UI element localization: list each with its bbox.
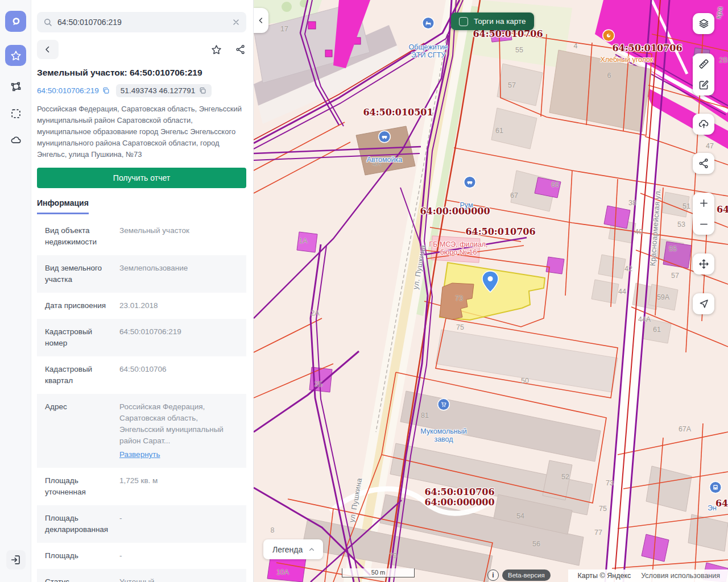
house-number-label: 44А [638, 315, 651, 323]
map-control-group [693, 293, 714, 314]
share-button[interactable] [235, 44, 246, 55]
map-control-group [693, 13, 714, 34]
layers-icon [698, 18, 710, 30]
dashed-square-icon [10, 107, 22, 120]
layers-button[interactable] [693, 13, 714, 34]
table-row: Площадь декларированная- [37, 505, 246, 543]
zoom-in-icon [698, 197, 710, 209]
upload-button[interactable] [693, 114, 714, 135]
cadastral-quarter-label: 64:50:010706 [424, 487, 494, 497]
house-number-label: 57 [508, 81, 516, 89]
row-label: Вид земельного участка [45, 263, 119, 285]
zoom-in-button[interactable] [693, 193, 714, 214]
poi-label[interactable]: Мукомольный завод [412, 421, 475, 443]
pan-button[interactable] [693, 253, 714, 275]
poi-label[interactable]: Автомойка [359, 149, 410, 164]
search-box [37, 12, 246, 32]
house-number-label: 75 [599, 505, 607, 513]
favorite-star-button[interactable] [210, 44, 222, 56]
house-number-label: 38 [628, 199, 636, 207]
row-label: Площадь [45, 550, 119, 562]
zoom-out-icon [698, 218, 710, 230]
back-button[interactable] [37, 40, 59, 59]
house-number-label: 55 [515, 46, 523, 54]
map-control-group [693, 253, 714, 275]
row-value: - [119, 513, 241, 535]
house-number-label: 54 [516, 512, 524, 520]
checkbox-icon[interactable] [459, 17, 468, 26]
hotel-icon [423, 18, 434, 28]
house-number-label: 67 [510, 192, 518, 199]
sidebar-item-favorites[interactable] [5, 45, 26, 66]
house-number-label: 53 [677, 221, 685, 228]
search-input[interactable] [57, 18, 227, 27]
zoom-out-button[interactable] [693, 214, 714, 235]
info-icon[interactable]: i [487, 569, 499, 581]
poi-label[interactable]: ГБ МСЭ, филиал, бюро № 16 [423, 240, 494, 256]
map-control-group [693, 114, 714, 135]
info-table: Вид объекта недвижимостиЗемельный участо… [37, 218, 246, 582]
house-number-label: 61 [653, 326, 661, 334]
poi-label[interactable]: Эн [701, 497, 723, 512]
poi-label[interactable]: Общежитие ЭТИ СГТУ [403, 36, 454, 59]
poi-label[interactable]: Рум [455, 194, 478, 209]
house-number-label: 66 [551, 181, 559, 189]
login-button[interactable] [6, 550, 26, 569]
app-logo[interactable] [5, 11, 26, 32]
auctions-on-map-toggle[interactable]: Торги на карте [451, 13, 534, 30]
table-row: Вид объекта недвижимостиЗемельный участо… [37, 218, 246, 255]
star-icon [10, 49, 22, 62]
search-icon [43, 17, 53, 27]
poi-label[interactable]: Хлебный уголок [590, 49, 664, 64]
copy-icon[interactable] [102, 86, 110, 95]
cadastral-quarter-label: 64:50:010706 [465, 226, 535, 237]
ruler-button[interactable] [693, 53, 714, 74]
street-name-label: кра [714, 6, 724, 19]
row-label: Площадь уточненная [45, 475, 119, 498]
house-number-label: 57 [671, 272, 679, 280]
locate-button[interactable] [693, 293, 714, 314]
cadastral-number-link[interactable]: 64:50:010706:219 [37, 86, 110, 95]
row-value: Учтенный [119, 576, 241, 582]
cadastral-quarter-label: 64: [717, 204, 728, 215]
house-number-label: 51 [682, 202, 690, 210]
map-labels: 64:50:01070664:50:01070664:50:01050164:0… [254, 0, 728, 582]
house-number-label: 4 [574, 42, 578, 50]
copy-icon[interactable] [198, 86, 207, 95]
house-number-label: 79 [389, 552, 397, 560]
beta-badge: Beta-версия [502, 569, 551, 581]
share-button[interactable] [693, 153, 714, 174]
get-report-button[interactable]: Получить отчет [37, 168, 246, 188]
sidebar-item-area-select[interactable] [5, 103, 26, 124]
sidebar-item-polygon-select[interactable] [5, 76, 26, 97]
expand-link[interactable]: Развернуть [119, 449, 160, 460]
house-number-label: 2В [719, 56, 727, 64]
cart-icon [439, 399, 449, 410]
pan-icon [698, 258, 710, 270]
row-value: 1,725 кв. м [119, 475, 241, 498]
scale-bar: 50 m [342, 568, 415, 577]
row-label: Площадь декларированная [45, 513, 119, 535]
collapse-panel-button[interactable] [254, 8, 268, 33]
table-row: Кадастровый номер64:50:010706:219 [37, 319, 246, 356]
edit-button[interactable] [693, 74, 714, 95]
table-row: Дата присвоения23.01.2018 [37, 293, 246, 319]
edit-icon [698, 79, 710, 91]
map-control-group [693, 53, 714, 95]
clear-search-icon[interactable] [231, 18, 241, 27]
map-control-group [693, 153, 714, 174]
row-label: Кадастровый квартал [45, 364, 119, 386]
map[interactable]: 64:50:01070664:50:01070664:50:01050164:0… [254, 0, 728, 582]
sidebar-item-cloud[interactable] [5, 130, 26, 151]
terms-link[interactable]: Условия использования [641, 572, 720, 580]
legend-button[interactable]: Легенда [263, 539, 323, 559]
ruler-icon [698, 58, 710, 70]
row-label: Кадастровый номер [45, 326, 119, 349]
tab-information[interactable]: Информация [37, 198, 89, 214]
map-attribution: Карты © Яндекс Условия использования [568, 569, 728, 582]
car-icon [465, 177, 475, 188]
yandex-maps-link[interactable]: Карты © Яндекс [577, 572, 631, 580]
house-number-label: 44 [618, 288, 626, 296]
row-value: 64:50:010706 [119, 364, 241, 386]
house-number-label: 50 [521, 377, 529, 385]
